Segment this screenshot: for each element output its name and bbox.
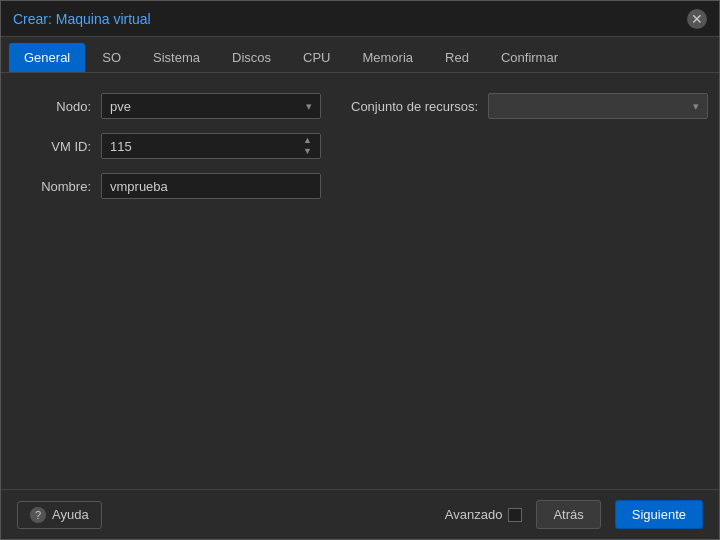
nodo-label: Nodo: xyxy=(21,99,91,114)
tab-discos[interactable]: Discos xyxy=(217,43,286,72)
dialog-title: Crear: Maquina virtual xyxy=(13,11,151,27)
back-label: Atrás xyxy=(553,507,583,522)
close-button[interactable]: ✕ xyxy=(687,9,707,29)
footer: ? Ayuda Avanzado Atrás Siguiente xyxy=(1,489,719,539)
tab-cpu[interactable]: CPU xyxy=(288,43,345,72)
vmid-row: VM ID: 115 ▲ ▼ xyxy=(21,133,321,159)
nombre-label: Nombre: xyxy=(21,179,91,194)
footer-right: Avanzado Atrás Siguiente xyxy=(445,500,703,529)
recursos-dropdown[interactable]: ▾ xyxy=(488,93,708,119)
advanced-checkbox[interactable] xyxy=(508,508,522,522)
nodo-row: Nodo: pve ▾ xyxy=(21,93,321,119)
advanced-row: Avanzado xyxy=(445,507,523,522)
spinner-down-icon: ▼ xyxy=(303,146,312,157)
help-button[interactable]: ? Ayuda xyxy=(17,501,102,529)
vmid-value: 115 xyxy=(110,139,132,154)
recursos-dropdown-arrow: ▾ xyxy=(693,100,699,113)
title-bar: Crear: Maquina virtual ✕ xyxy=(1,1,719,37)
tab-sistema[interactable]: Sistema xyxy=(138,43,215,72)
vmid-spinner[interactable]: 115 ▲ ▼ xyxy=(101,133,321,159)
nodo-dropdown[interactable]: pve ▾ xyxy=(101,93,321,119)
create-vm-dialog: Crear: Maquina virtual ✕ General SO Sist… xyxy=(0,0,720,540)
vmid-label: VM ID: xyxy=(21,139,91,154)
recursos-row: Conjunto de recursos: ▾ xyxy=(351,93,708,119)
next-button[interactable]: Siguiente xyxy=(615,500,703,529)
content-area: Nodo: pve ▾ VM ID: 115 ▲ ▼ N xyxy=(1,73,719,489)
help-label: Ayuda xyxy=(52,507,89,522)
advanced-label: Avanzado xyxy=(445,507,503,522)
tab-memoria[interactable]: Memoria xyxy=(347,43,428,72)
nodo-value: pve xyxy=(110,99,131,114)
spinner-up-icon: ▲ xyxy=(303,135,312,146)
tab-so[interactable]: SO xyxy=(87,43,136,72)
left-column: Nodo: pve ▾ VM ID: 115 ▲ ▼ N xyxy=(21,93,321,469)
nodo-dropdown-arrow: ▾ xyxy=(306,100,312,113)
vmid-spinner-arrows[interactable]: ▲ ▼ xyxy=(303,135,312,157)
next-label: Siguiente xyxy=(632,507,686,522)
tab-confirmar[interactable]: Confirmar xyxy=(486,43,573,72)
tab-general[interactable]: General xyxy=(9,43,85,72)
close-icon: ✕ xyxy=(691,12,703,26)
help-icon: ? xyxy=(30,507,46,523)
tab-red[interactable]: Red xyxy=(430,43,484,72)
nombre-row: Nombre: xyxy=(21,173,321,199)
nombre-input[interactable] xyxy=(101,173,321,199)
tab-bar: General SO Sistema Discos CPU Memoria Re… xyxy=(1,37,719,73)
back-button[interactable]: Atrás xyxy=(536,500,600,529)
right-column: Conjunto de recursos: ▾ xyxy=(351,93,708,469)
recursos-label: Conjunto de recursos: xyxy=(351,99,478,114)
